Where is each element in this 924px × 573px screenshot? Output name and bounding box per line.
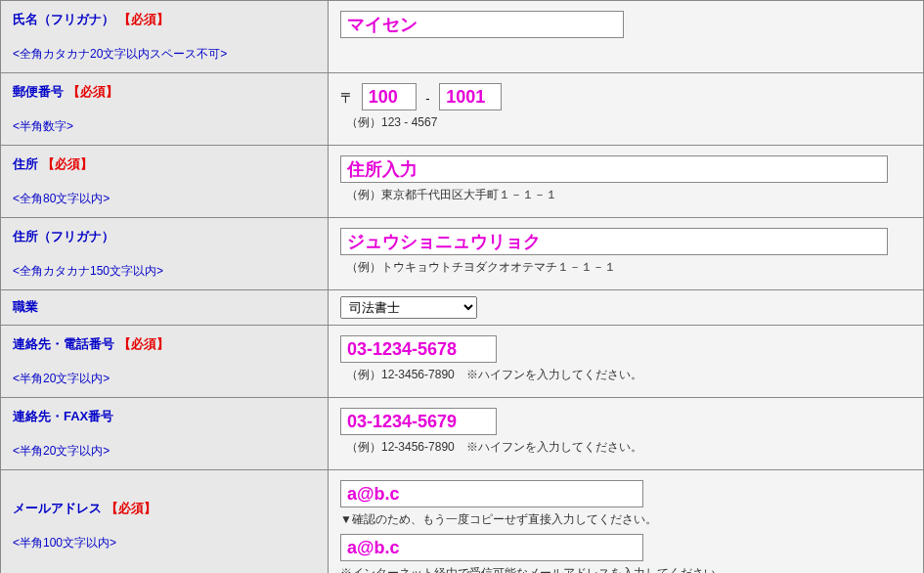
email-confirm-message: ▼確認のため、もう一度コピーせず直接入力してください。: [340, 511, 911, 528]
field-hint: <半角20文字以内>: [13, 371, 316, 387]
occupation-select[interactable]: 司法書士: [340, 296, 477, 319]
label-cell-name-kana: 氏名（フリガナ） 【必須】 <全角カタカナ20文字以内スペース不可>: [1, 1, 329, 73]
field-example: （例）123 - 4567: [346, 114, 911, 131]
value-cell-address-kana: （例）トウキョウトチヨダクオオテマチ１－１－１: [329, 218, 924, 290]
value-cell-address: （例）東京都千代田区大手町１－１－１: [329, 146, 924, 218]
label-cell-address: 住所 【必須】 <全角80文字以内>: [1, 146, 329, 218]
field-label: 住所: [13, 156, 38, 171]
field-label: 連絡先・FAX番号: [13, 409, 113, 423]
postal-dash: -: [425, 91, 429, 106]
name-kana-input[interactable]: [340, 11, 624, 38]
postal-input-1[interactable]: [362, 83, 417, 110]
required-badge: 【必須】: [106, 501, 156, 515]
required-badge: 【必須】: [67, 84, 118, 99]
field-hint: <全角カタカナ20文字以内スペース不可>: [13, 46, 316, 63]
field-label: 氏名（フリガナ）: [13, 12, 114, 26]
field-hint: <半角20文字以内>: [13, 443, 316, 460]
fax-input[interactable]: [340, 408, 497, 435]
field-label: 連絡先・電話番号: [13, 336, 114, 351]
email-note: ※インターネット経由で受信可能なメールアドレスを入力してください。: [340, 565, 911, 573]
value-cell-occupation: 司法書士: [329, 290, 924, 326]
field-hint: <半角数字>: [13, 118, 316, 135]
field-hint: <全角80文字以内>: [13, 191, 316, 207]
email-confirm-input[interactable]: [340, 534, 643, 561]
label-cell-email: メールアドレス 【必須】 <半角100文字以内>: [1, 470, 329, 574]
field-example: （例）12-3456-7890 ※ハイフンを入力してください。: [346, 367, 911, 383]
value-cell-phone: （例）12-3456-7890 ※ハイフンを入力してください。: [329, 326, 924, 398]
label-cell-address-kana: 住所（フリガナ） <全角カタカナ150文字以内>: [1, 218, 329, 290]
postal-mark-icon: 〒: [340, 90, 354, 106]
value-cell-email: ▼確認のため、もう一度コピーせず直接入力してください。 ※インターネット経由で受…: [329, 470, 924, 574]
label-cell-fax: 連絡先・FAX番号 <半角20文字以内>: [1, 398, 329, 470]
value-cell-fax: （例）12-3456-7890 ※ハイフンを入力してください。: [329, 398, 924, 470]
field-example: （例）12-3456-7890 ※ハイフンを入力してください。: [346, 439, 911, 456]
label-cell-occupation: 職業: [1, 290, 329, 326]
value-cell-name-kana: [329, 1, 924, 73]
registration-form: 氏名（フリガナ） 【必須】 <全角カタカナ20文字以内スペース不可> 郵便番号 …: [0, 0, 924, 573]
value-cell-postal: 〒 - （例）123 - 4567: [329, 73, 924, 146]
field-example: （例）トウキョウトチヨダクオオテマチ１－１－１: [346, 259, 911, 276]
field-hint: <全角カタカナ150文字以内>: [13, 263, 316, 280]
field-example: （例）東京都千代田区大手町１－１－１: [346, 187, 911, 203]
required-badge: 【必須】: [118, 12, 169, 26]
field-label: 職業: [13, 299, 38, 314]
address-input[interactable]: [340, 155, 888, 183]
required-badge: 【必須】: [118, 336, 169, 351]
field-hint: <半角100文字以内>: [13, 535, 316, 551]
postal-input-2[interactable]: [439, 83, 502, 110]
field-label: メールアドレス: [13, 501, 102, 515]
field-label: 郵便番号: [13, 84, 64, 99]
required-badge: 【必須】: [42, 156, 93, 171]
label-cell-postal: 郵便番号 【必須】 <半角数字>: [1, 73, 329, 146]
email-input[interactable]: [340, 480, 643, 507]
phone-input[interactable]: [340, 335, 497, 363]
address-kana-input[interactable]: [340, 228, 888, 255]
field-label: 住所（フリガナ）: [13, 229, 114, 243]
label-cell-phone: 連絡先・電話番号 【必須】 <半角20文字以内>: [1, 326, 329, 398]
